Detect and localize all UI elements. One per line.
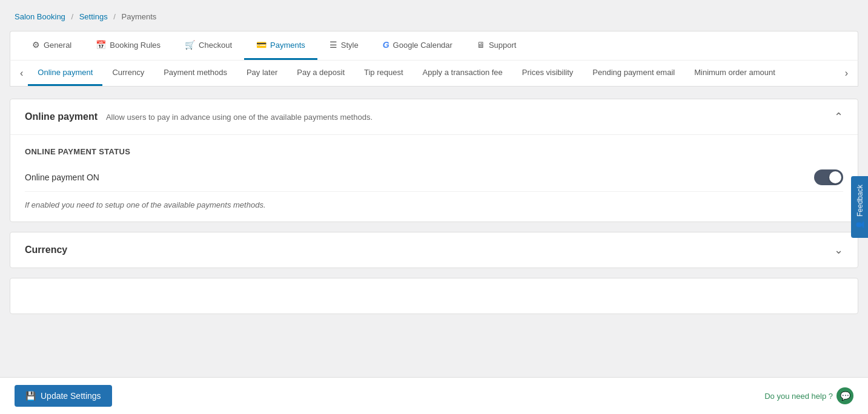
- feedback-person-icon: 👤: [856, 220, 864, 229]
- sub-tab-transaction-fee[interactable]: Apply a transaction fee: [413, 61, 512, 86]
- content-area: Online payment Allow users to pay in adv…: [0, 87, 868, 326]
- toggle-thumb: [829, 171, 841, 183]
- google-icon: G: [383, 40, 389, 50]
- online-payment-header[interactable]: Online payment Allow users to pay in adv…: [10, 99, 858, 134]
- tab-style-label: Style: [341, 41, 359, 50]
- toggle-track: [814, 169, 843, 185]
- tab-style[interactable]: ☰ Style: [317, 31, 371, 60]
- sub-tab-pay-later[interactable]: Pay later: [237, 61, 287, 86]
- online-payment-subtitle: Allow users to pay in advance using one …: [106, 113, 373, 122]
- sub-tab-pending-payment-email[interactable]: Pending payment email: [583, 61, 684, 86]
- breadcrumb-salon-booking[interactable]: Salon Booking: [15, 12, 65, 21]
- currency-header-left: Currency: [25, 245, 67, 255]
- online-payment-helper: If enabled you need to setup one of the …: [25, 192, 843, 209]
- main-nav: ⚙ General 📅 Booking Rules 🛒 Checkout 💳 P…: [10, 31, 858, 60]
- sub-tab-minimum-order[interactable]: Minimum order amount: [684, 61, 785, 86]
- online-payment-title: Online payment: [25, 111, 98, 122]
- currency-title: Currency: [25, 245, 67, 255]
- online-payment-chevron-up: ⌃: [834, 110, 843, 123]
- breadcrumb: Salon Booking / Settings / Payments: [0, 0, 868, 31]
- sub-tab-pay-deposit[interactable]: Pay a deposit: [287, 61, 354, 86]
- tab-checkout[interactable]: 🛒 Checkout: [173, 31, 244, 60]
- tab-payments-label: Payments: [270, 41, 305, 50]
- online-payment-status-label: Online payment Status: [25, 147, 843, 156]
- sub-tab-tip-request[interactable]: Tip request: [354, 61, 413, 86]
- currency-chevron-down: ⌄: [834, 243, 843, 257]
- sub-nav: ‹ Online payment Currency Payment method…: [10, 60, 858, 87]
- online-payment-header-left: Online payment Allow users to pay in adv…: [25, 111, 373, 122]
- online-payment-body: Online payment Status Online payment ON …: [10, 134, 858, 222]
- breadcrumb-sep-2: /: [113, 12, 118, 21]
- online-payment-section: Online payment Allow users to pay in adv…: [10, 99, 858, 222]
- sub-nav-tabs: Online payment Currency Payment methods …: [28, 61, 840, 86]
- gear-icon: ⚙: [32, 40, 40, 50]
- tab-general-label: General: [44, 41, 71, 50]
- breadcrumb-current: Payments: [122, 12, 157, 21]
- tab-support-label: Support: [489, 41, 517, 50]
- tab-booking-rules-label: Booking Rules: [110, 41, 161, 50]
- online-payment-toggle-row: Online payment ON: [25, 163, 843, 192]
- online-payment-toggle[interactable]: [814, 169, 843, 185]
- sub-tab-prices-visibility[interactable]: Prices visibility: [512, 61, 583, 86]
- sub-tab-online-payment[interactable]: Online payment: [28, 61, 102, 86]
- sub-nav-prev-arrow[interactable]: ‹: [15, 63, 28, 84]
- currency-section: Currency ⌄: [10, 232, 858, 268]
- currency-header[interactable]: Currency ⌄: [10, 232, 858, 268]
- tab-booking-rules[interactable]: 📅 Booking Rules: [84, 31, 173, 60]
- support-icon: 🖥: [477, 40, 485, 50]
- calendar-icon: 📅: [96, 40, 106, 50]
- online-payment-row-label: Online payment ON: [25, 172, 99, 182]
- breadcrumb-sep-1: /: [71, 12, 75, 21]
- feedback-button[interactable]: 👤 Feedback: [851, 176, 868, 238]
- style-icon: ☰: [330, 40, 337, 50]
- tab-payments[interactable]: 💳 Payments: [244, 31, 317, 60]
- tab-checkout-label: Checkout: [199, 41, 232, 50]
- sub-nav-next-arrow[interactable]: ›: [840, 63, 853, 84]
- placeholder-section: [10, 278, 858, 314]
- tab-google-calendar-label: Google Calendar: [393, 41, 452, 50]
- payment-icon: 💳: [256, 40, 267, 50]
- tab-support[interactable]: 🖥 Support: [465, 31, 529, 60]
- sub-tab-payment-methods[interactable]: Payment methods: [154, 61, 237, 86]
- cart-icon: 🛒: [185, 40, 195, 50]
- tab-general[interactable]: ⚙ General: [20, 31, 84, 60]
- sub-tab-currency[interactable]: Currency: [102, 61, 154, 86]
- breadcrumb-settings[interactable]: Settings: [79, 12, 108, 21]
- feedback-label: Feedback: [856, 185, 864, 217]
- tab-google-calendar[interactable]: G Google Calendar: [371, 31, 465, 60]
